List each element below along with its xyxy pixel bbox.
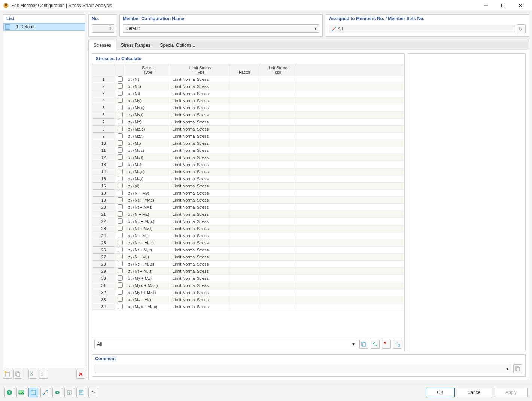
checkbox-icon[interactable] <box>118 190 123 195</box>
stress-type-cell[interactable]: σₓ (Nc + My,c) <box>125 197 170 204</box>
cancel-button[interactable]: Cancel <box>457 388 492 397</box>
checkbox-icon[interactable] <box>118 91 123 96</box>
limit-ksi-cell[interactable] <box>259 154 295 161</box>
factor-cell[interactable] <box>230 197 259 204</box>
table-row[interactable]: 9σₓ (Mz,t)Limit Normal Stress <box>92 133 404 140</box>
new-button[interactable] <box>3 370 12 379</box>
factor-cell[interactable] <box>230 168 259 175</box>
stress-type-cell[interactable]: σₓ (My,t) <box>125 111 170 119</box>
row-checkbox-cell[interactable] <box>115 254 125 261</box>
checkbox-icon[interactable] <box>118 140 123 146</box>
limit-type-cell[interactable]: Limit Normal Stress <box>170 133 230 140</box>
table-row[interactable]: 3σₓ (Nt)Limit Normal Stress <box>92 90 404 97</box>
checkbox-icon[interactable] <box>118 297 123 302</box>
row-checkbox-cell[interactable] <box>115 289 125 296</box>
limit-type-cell[interactable]: Limit Normal Stress <box>170 218 230 225</box>
ok-button[interactable]: OK <box>426 388 454 397</box>
limit-type-cell[interactable]: Limit Normal Stress <box>170 168 230 175</box>
factor-cell[interactable] <box>230 76 259 83</box>
limit-ksi-cell[interactable] <box>259 225 295 232</box>
checkbox-icon[interactable] <box>118 112 123 117</box>
table-row[interactable]: 2σₓ (Nc)Limit Normal Stress <box>92 83 404 90</box>
row-checkbox-cell[interactable] <box>115 261 125 268</box>
close-button[interactable] <box>512 0 529 11</box>
limit-type-cell[interactable]: Limit Normal Stress <box>170 97 230 104</box>
limit-ksi-cell[interactable] <box>259 204 295 211</box>
stress-grid[interactable]: StressType Limit StressType Factor Limit… <box>92 64 404 337</box>
stress-type-cell[interactable]: σₓ (pi) <box>125 183 170 190</box>
formula-button[interactable]: fₓ <box>88 388 98 397</box>
limit-ksi-cell[interactable] <box>259 218 295 225</box>
table-row[interactable]: 26σₓ (Nt + Mᵤ,t)Limit Normal Stress <box>92 247 404 254</box>
checkbox-icon[interactable] <box>118 268 123 273</box>
limit-type-cell[interactable]: Limit Normal Stress <box>170 76 230 83</box>
stress-type-cell[interactable]: σₓ (Mᵥ,c) <box>125 168 170 175</box>
table-row[interactable]: 1σₓ (N)Limit Normal Stress <box>92 76 404 83</box>
limit-ksi-cell[interactable] <box>259 140 295 147</box>
deselect-all-button[interactable] <box>382 340 391 349</box>
minimize-button[interactable] <box>477 0 495 11</box>
limit-ksi-cell[interactable] <box>259 104 295 111</box>
table-row[interactable]: 14σₓ (Mᵥ,c)Limit Normal Stress <box>92 168 404 175</box>
table-row[interactable]: 12σₓ (Mᵤ,t)Limit Normal Stress <box>92 154 404 161</box>
limit-ksi-cell[interactable] <box>259 289 295 296</box>
row-checkbox-cell[interactable] <box>115 232 125 239</box>
row-checkbox-cell[interactable] <box>115 133 125 140</box>
limit-ksi-cell[interactable] <box>259 168 295 175</box>
limit-ksi-cell[interactable] <box>259 126 295 133</box>
table-row[interactable]: 33σₓ (Mᵤ + Mᵥ)Limit Normal Stress <box>92 296 404 303</box>
limit-ksi-cell[interactable] <box>259 133 295 140</box>
table-row[interactable]: 4σₓ (My)Limit Normal Stress <box>92 97 404 104</box>
row-checkbox-cell[interactable] <box>115 126 125 133</box>
checkbox-icon[interactable] <box>118 147 123 153</box>
units-button[interactable]: 0.00 <box>16 388 26 397</box>
pick-members-button[interactable] <box>517 24 526 33</box>
row-checkbox-cell[interactable] <box>115 275 125 282</box>
limit-type-cell[interactable]: Limit Normal Stress <box>170 140 230 147</box>
limit-type-cell[interactable]: Limit Normal Stress <box>170 154 230 161</box>
comment-field[interactable]: ▾ <box>95 365 511 373</box>
limit-type-cell[interactable]: Limit Normal Stress <box>170 147 230 154</box>
row-checkbox-cell[interactable] <box>115 168 125 175</box>
limit-ksi-cell[interactable] <box>259 239 295 247</box>
checkbox-icon[interactable] <box>118 197 123 202</box>
limit-ksi-cell[interactable] <box>259 111 295 119</box>
checkbox-icon[interactable] <box>118 254 123 259</box>
factor-cell[interactable] <box>230 268 259 275</box>
factor-cell[interactable] <box>230 232 259 239</box>
copy-button[interactable] <box>13 370 22 379</box>
row-checkbox-cell[interactable] <box>115 119 125 126</box>
limit-type-cell[interactable]: Limit Normal Stress <box>170 90 230 97</box>
stress-type-cell[interactable]: σₓ (Nc + Mᵤ,c) <box>125 239 170 247</box>
factor-cell[interactable] <box>230 175 259 183</box>
limit-type-cell[interactable]: Limit Normal Stress <box>170 268 230 275</box>
limit-type-cell[interactable]: Limit Normal Stress <box>170 261 230 268</box>
limit-ksi-cell[interactable] <box>259 296 295 303</box>
row-checkbox-cell[interactable] <box>115 147 125 154</box>
list-item[interactable]: 1 Default <box>3 23 85 31</box>
limit-type-cell[interactable]: Limit Normal Stress <box>170 239 230 247</box>
factor-cell[interactable] <box>230 90 259 97</box>
table-row[interactable]: 30σₓ (My + Mz)Limit Normal Stress <box>92 275 404 282</box>
limit-ksi-cell[interactable] <box>259 76 295 83</box>
limit-ksi-cell[interactable] <box>259 254 295 261</box>
limit-type-cell[interactable]: Limit Normal Stress <box>170 296 230 303</box>
limit-ksi-cell[interactable] <box>259 83 295 90</box>
stress-type-cell[interactable]: σₓ (Mᵤ) <box>125 140 170 147</box>
checkbox-icon[interactable] <box>118 282 123 288</box>
no-field[interactable]: 1 <box>92 24 114 33</box>
table-row[interactable]: 11σₓ (Mᵤ,c)Limit Normal Stress <box>92 147 404 154</box>
table-row[interactable]: 23σₓ (Nt + Mz,t)Limit Normal Stress <box>92 225 404 232</box>
limit-type-cell[interactable]: Limit Normal Stress <box>170 175 230 183</box>
view-mode-2-button[interactable] <box>40 388 50 397</box>
limit-ksi-cell[interactable] <box>259 175 295 183</box>
checkbox-icon[interactable] <box>118 119 123 124</box>
table-row[interactable]: 18σₓ (N + My)Limit Normal Stress <box>92 190 404 197</box>
row-checkbox-cell[interactable] <box>115 83 125 90</box>
stress-type-cell[interactable]: σₓ (My,t + Mz,t) <box>125 289 170 296</box>
assigned-field[interactable]: All <box>329 25 515 33</box>
factor-cell[interactable] <box>230 161 259 168</box>
row-checkbox-cell[interactable] <box>115 247 125 254</box>
help-button[interactable]: ? <box>4 388 14 397</box>
limit-type-cell[interactable]: Limit Normal Stress <box>170 211 230 218</box>
